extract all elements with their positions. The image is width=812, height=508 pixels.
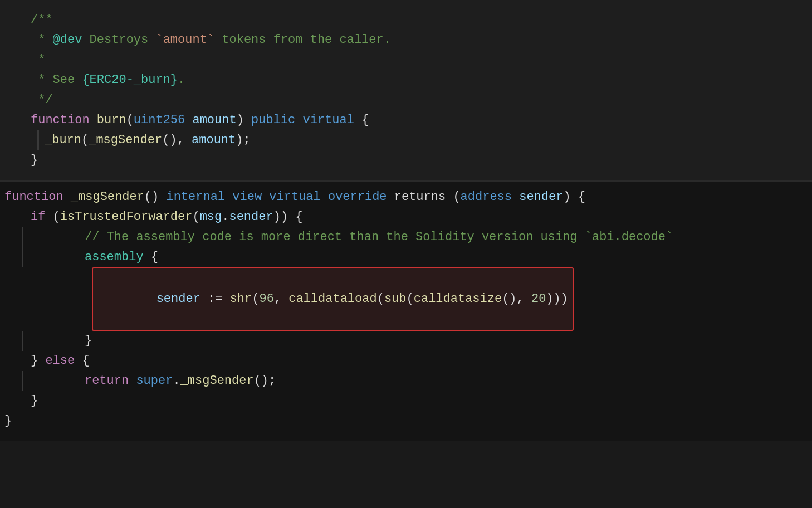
comment-text2: tokens from the caller. (214, 30, 391, 50)
fn-call-burn: _burn (45, 130, 81, 150)
space3 (262, 187, 269, 207)
space (90, 110, 97, 130)
paren-open2: ( (192, 207, 199, 227)
brace-open: { (354, 110, 369, 130)
keyword-else: else (45, 351, 75, 370)
keyword-function2: function (4, 187, 63, 207)
fn-calldatasize: calldatasize (414, 292, 502, 306)
comma: , (274, 292, 288, 306)
comment-see: * See (31, 70, 82, 90)
semi-return: (); (254, 371, 276, 390)
comment-open: /** (31, 10, 53, 30)
type-uint256: uint256 (134, 110, 185, 130)
close-assembly: } (22, 331, 812, 351)
space4 (321, 187, 328, 207)
return-statement: return super._msgSender(); (22, 371, 812, 391)
brace-assembly: { (144, 247, 158, 267)
assembly-keyword: assembly { (22, 247, 812, 267)
keyword-return: return (85, 371, 129, 390)
fn-call-msgsender: _msgSender (89, 130, 162, 150)
keyword-function: function (31, 110, 90, 130)
space3 (295, 110, 302, 130)
highlighted-assembly-line: sender := shr(96, calldataload(sub(calld… (0, 267, 812, 331)
paren1: ( (252, 292, 259, 306)
keyword-virtual: virtual (303, 110, 354, 130)
close-function: } (0, 411, 812, 431)
brace-close-assembly: } (85, 331, 92, 350)
keyword-internal: internal (166, 187, 225, 207)
keyword-override: override (328, 187, 387, 207)
parens: () (144, 187, 167, 207)
code-line: _burn(_msgSender(), amount); (37, 130, 812, 150)
code-line: /** (0, 10, 812, 30)
close-brace-if: } (31, 351, 45, 370)
keyword-super: super (136, 371, 173, 390)
highlighted-code: sender := shr(96, calldataload(sub(calld… (92, 267, 574, 331)
fn-name-burn: burn (97, 110, 126, 130)
semi: ); (236, 130, 250, 150)
top-code-section: /** * @dev Destroys `amount` tokens from… (0, 0, 812, 182)
param-sender: sender (519, 187, 563, 207)
space-return (129, 371, 136, 390)
fn-calldataload: calldataload (288, 292, 376, 306)
type-address: address (461, 187, 512, 207)
sender-prop: sender (229, 207, 273, 227)
space2 (225, 187, 232, 207)
assign-op: := (208, 292, 230, 306)
num-20: 20 (531, 292, 546, 306)
bottom-code-section: function _msgSender() internal view virt… (0, 182, 812, 441)
comment-text: Destroys (82, 30, 155, 50)
keyword-public: public (251, 110, 295, 130)
close-paren-brace: ) { (563, 187, 585, 207)
if-statement: if (isTrustedForwarder(msg.sender)) { (0, 207, 812, 227)
brace-close-fn: } (4, 411, 12, 431)
parens2: (), (162, 130, 192, 150)
num-96: 96 (259, 292, 273, 306)
fn-super-msgsender: _msgSender (180, 371, 254, 390)
close-parens-brace2: )) { (273, 207, 303, 227)
code-line: * @dev Destroys `amount` tokens from the… (0, 30, 812, 50)
space (63, 187, 71, 207)
code-line: } (0, 150, 812, 170)
comment-period: . (178, 70, 185, 90)
paren2: ( (377, 292, 384, 306)
brace-close-else: } (31, 391, 38, 411)
close-else: } (0, 391, 812, 411)
empty-parens: (), (502, 292, 531, 306)
dot: . (222, 207, 229, 227)
arg-amount: amount (192, 130, 236, 150)
function-signature-2: function _msgSender() internal view virt… (0, 187, 812, 207)
space2 (185, 110, 192, 130)
backtick-amount: `amount` (155, 30, 214, 50)
code-line: * See {ERC20-_burn}. (0, 70, 812, 90)
comment-close: */ (31, 90, 53, 110)
var-sender: sender (156, 292, 200, 306)
fn-sub: sub (384, 292, 407, 306)
fn-name-msgsender: _msgSender (71, 187, 144, 207)
inline-comment: // The assembly code is more direct than… (22, 227, 812, 247)
at-dev: @dev (53, 30, 82, 50)
fn-shr: shr (230, 292, 252, 306)
param-amount: amount (192, 110, 236, 130)
dot-super: . (173, 371, 180, 390)
keyword-assembly: assembly (85, 247, 144, 267)
keyword-if: if (31, 207, 45, 227)
close-brace: } (31, 150, 38, 170)
code-line: * (0, 50, 812, 70)
space5 (512, 187, 519, 207)
close-parens-all: ))) (546, 292, 568, 306)
keyword-view: view (232, 187, 262, 207)
function-signature: function burn(uint256 amount) public vir… (0, 110, 812, 130)
paren3: ( (407, 292, 414, 306)
msg-sender: msg (200, 207, 222, 227)
comment-star: * (31, 50, 45, 70)
paren-open: ( (126, 110, 134, 130)
paren: ( (81, 130, 89, 150)
else-statement: } else { (0, 351, 812, 371)
space (200, 292, 208, 306)
code-viewer: /** * @dev Destroys `amount` tokens from… (0, 0, 812, 508)
comment-body: * (31, 30, 53, 50)
erc20-ref: {ERC20-_burn} (82, 70, 178, 90)
space: ( (45, 207, 60, 227)
code-line: */ (0, 90, 812, 110)
